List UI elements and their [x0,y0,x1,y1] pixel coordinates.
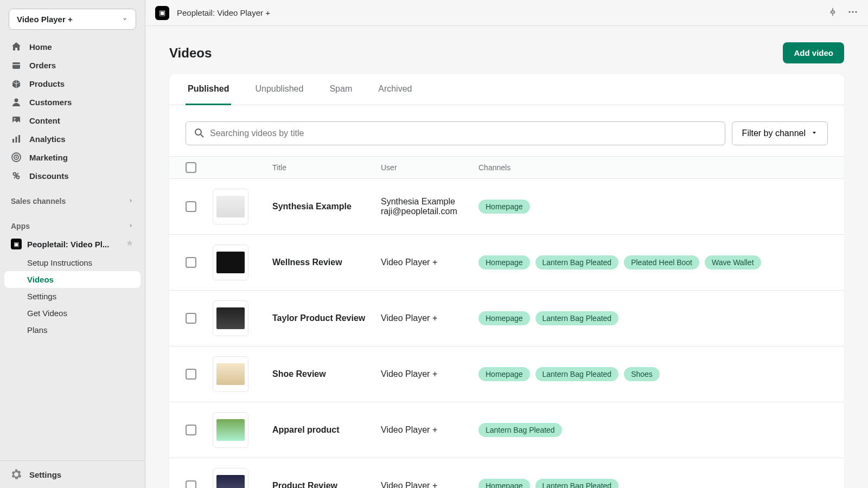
search-box[interactable] [186,121,725,145]
gear-icon [11,469,22,480]
row-checkbox[interactable] [186,201,196,212]
search-input[interactable] [210,129,717,138]
subnav-plans[interactable]: Plans [4,322,141,338]
row-checkbox[interactable] [186,313,196,324]
nav-label: Content [29,116,60,125]
home-icon [11,41,22,52]
video-thumbnail[interactable] [213,356,248,392]
subnav-get-videos[interactable]: Get Videos [4,305,141,322]
tabs: PublishedUnpublishedSpamArchived [169,74,844,105]
nav-customers[interactable]: Customers [4,93,141,111]
sidebar-bottom: Settings [0,460,145,488]
subnav-settings[interactable]: Settings [4,288,141,305]
nav-label: Customers [29,98,72,107]
products-icon [11,78,22,89]
channel-pill[interactable]: Homepage [478,255,530,269]
pin-icon[interactable] [125,239,134,249]
marketing-icon [11,152,22,163]
app-subnav: Setup InstructionsVideosSettingsGet Vide… [4,254,141,338]
table-row[interactable]: Synthesia ExampleSynthesia Exampleraji@p… [169,179,844,235]
tab-archived[interactable]: Archived [376,74,414,105]
filter-channel-label: Filter by channel [742,129,806,138]
channel-pill[interactable]: Homepage [478,367,530,381]
table-row[interactable]: Apparel productVideo Player +Lantern Bag… [169,402,844,458]
channel-pill[interactable]: Shoes [624,367,660,381]
channel-pill[interactable]: Lantern Bag Pleated [535,367,619,381]
svg-point-11 [17,176,20,179]
channel-pill[interactable]: Lantern Bag Pleated [478,423,562,437]
nav-analytics[interactable]: Analytics [4,130,141,148]
tab-spam[interactable]: Spam [327,74,354,105]
video-thumbnail[interactable] [213,189,248,224]
video-thumbnail[interactable] [213,468,248,488]
search-icon [194,127,205,140]
more-icon[interactable] [847,7,858,19]
topbar-title: Peopletail: Video Player + [177,8,270,17]
svg-point-14 [855,11,857,12]
svg-rect-6 [18,135,20,143]
video-thumbnail[interactable] [213,245,248,280]
app-item-peopletail[interactable]: ▣ Peopletail: Video Pl... [4,235,141,253]
chevron-down-icon [122,15,128,24]
tab-published[interactable]: Published [186,74,231,105]
channel-pill[interactable]: Lantern Bag Pleated [535,255,619,269]
svg-point-1 [15,99,18,102]
store-switcher[interactable]: Video Player + [9,9,136,30]
channel-pills: Lantern Bag Pleated [478,423,828,437]
orders-icon [11,60,22,70]
subnav-setup-instructions[interactable]: Setup Instructions [4,254,141,271]
video-title: Apparel product [272,425,381,435]
table-row[interactable]: Taylor Product ReviewVideo Player +Homep… [169,291,844,346]
svg-point-10 [14,173,16,176]
table-row[interactable]: Product ReviewVideo Player +HomepageLant… [169,458,844,488]
channel-pills: HomepageLantern Bag PleatedShoes [478,367,828,381]
chevron-right-icon [127,222,134,230]
sales-channels-heading[interactable]: Sales channels [0,192,145,210]
channel-pill[interactable]: Pleated Heel Boot [624,255,699,269]
row-checkbox[interactable] [186,480,196,488]
channel-pill[interactable]: Homepage [478,479,530,488]
table-header: Title User Channels [169,156,844,179]
nav-settings-bottom[interactable]: Settings [4,465,141,484]
nav-products[interactable]: Products [4,74,141,93]
apps-list: ▣ Peopletail: Video Pl... Setup Instruct… [0,235,145,338]
select-all-checkbox[interactable] [186,162,196,173]
content-icon [11,115,22,126]
row-checkbox[interactable] [186,369,196,380]
channel-pill[interactable]: Homepage [478,200,530,214]
nav-content[interactable]: Content [4,111,141,130]
channel-pill[interactable]: Homepage [478,311,530,325]
channel-pill[interactable]: Lantern Bag Pleated [535,479,619,488]
subnav-videos[interactable]: Videos [4,271,141,288]
svg-point-13 [852,11,853,12]
video-user: Video Player + [381,481,478,488]
nav-discounts[interactable]: Discounts [4,166,141,185]
nav-home[interactable]: Home [4,37,141,56]
channel-pills: HomepageLantern Bag PleatedPleated Heel … [478,255,828,269]
channel-pills: HomepageLantern Bag Pleated [478,311,828,325]
pin-icon[interactable] [828,7,838,18]
app-icon: ▣ [11,239,22,249]
row-checkbox[interactable] [186,257,196,268]
video-user: Synthesia Exampleraji@peopletail.com [381,197,478,216]
channel-pill[interactable]: Lantern Bag Pleated [535,311,619,325]
svg-point-12 [848,11,850,12]
apps-heading[interactable]: Apps [0,217,145,235]
svg-point-9 [16,157,17,158]
nav-label: Discounts [29,171,69,181]
video-user: Video Player + [381,258,478,267]
nav-marketing[interactable]: Marketing [4,148,141,166]
svg-point-3 [14,118,16,120]
nav-orders[interactable]: Orders [4,56,141,74]
svg-rect-0 [12,62,20,69]
tab-unpublished[interactable]: Unpublished [253,74,305,105]
table-row[interactable]: Shoe ReviewVideo Player +HomepageLantern… [169,346,844,402]
row-checkbox[interactable] [186,425,196,435]
video-thumbnail[interactable] [213,412,248,448]
video-thumbnail[interactable] [213,300,248,336]
apps-label: Apps [11,222,30,230]
filter-channel-button[interactable]: Filter by channel [732,121,828,145]
channel-pill[interactable]: Wave Wallet [705,255,761,269]
add-video-button[interactable]: Add video [783,42,844,63]
table-row[interactable]: Wellness ReviewVideo Player +HomepageLan… [169,235,844,291]
